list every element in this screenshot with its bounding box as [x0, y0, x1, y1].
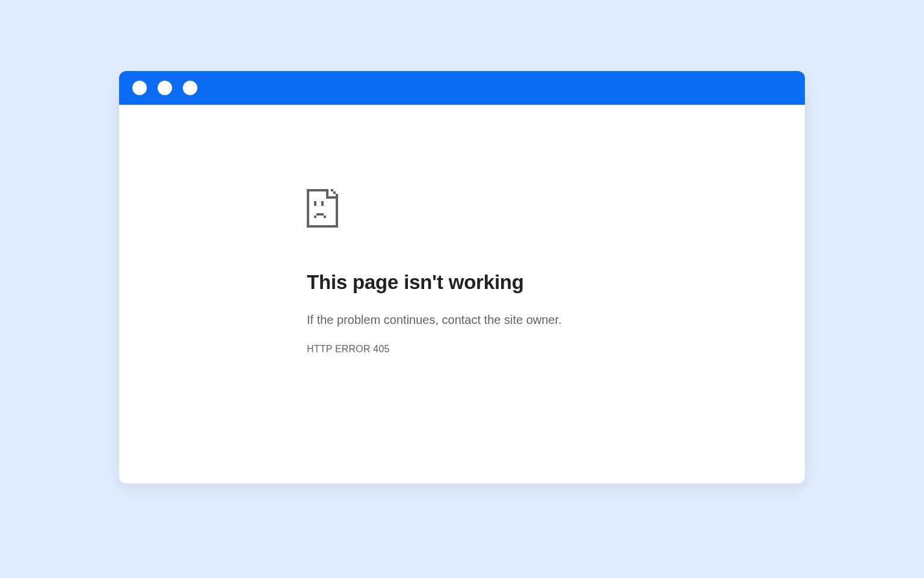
- error-code: HTTP ERROR 405: [307, 344, 805, 355]
- error-headline: This page isn't working: [307, 271, 805, 294]
- svg-rect-2: [307, 225, 338, 228]
- sad-file-icon: [307, 189, 805, 228]
- svg-rect-11: [316, 213, 324, 216]
- svg-rect-0: [307, 189, 328, 191]
- window-control-dot[interactable]: [132, 81, 147, 95]
- browser-window: This page isn't working If the problem c…: [119, 71, 805, 483]
- svg-rect-13: [324, 216, 326, 218]
- svg-rect-4: [326, 189, 328, 199]
- svg-rect-1: [307, 189, 309, 228]
- svg-rect-5: [328, 196, 338, 199]
- error-subtext: If the problem continues, contact the si…: [307, 313, 805, 327]
- window-control-dot[interactable]: [158, 81, 172, 95]
- svg-rect-6: [331, 189, 333, 191]
- svg-rect-3: [336, 199, 338, 228]
- svg-rect-9: [314, 201, 316, 206]
- svg-rect-7: [333, 191, 336, 194]
- svg-rect-10: [321, 201, 324, 206]
- titlebar: [119, 71, 805, 105]
- svg-rect-12: [314, 216, 316, 218]
- svg-rect-8: [336, 194, 338, 196]
- window-control-dot[interactable]: [183, 81, 197, 95]
- error-page-content: This page isn't working If the problem c…: [119, 105, 805, 483]
